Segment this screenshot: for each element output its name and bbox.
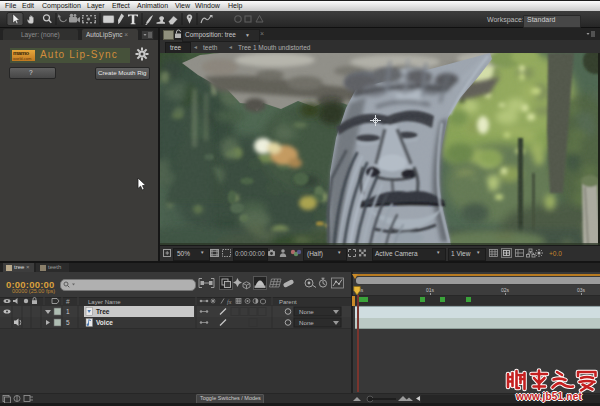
- svg-text:Layer Name: Layer Name: [88, 299, 121, 305]
- svg-text:Voice: Voice: [96, 319, 113, 326]
- svg-text:None: None: [299, 319, 314, 326]
- svg-text:None: None: [299, 308, 314, 315]
- svg-text:#: #: [66, 298, 70, 305]
- svg-text:Tree: Tree: [96, 308, 110, 315]
- svg-text:Parent: Parent: [279, 299, 297, 305]
- svg-text:1: 1: [66, 308, 70, 315]
- svg-text:5: 5: [66, 319, 70, 326]
- svg-text:fx: fx: [227, 299, 232, 305]
